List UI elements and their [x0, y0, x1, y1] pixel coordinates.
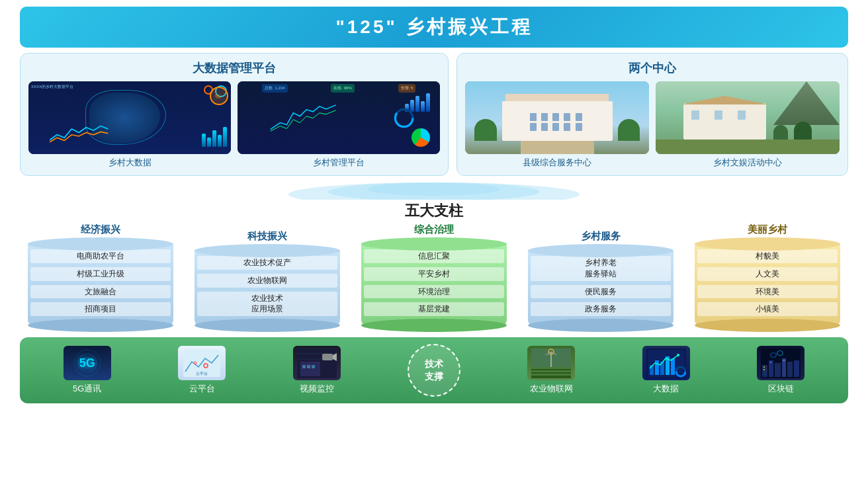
cylinder-meili-body: 村貌美 人文美 环境美 小镇美 [695, 244, 840, 325]
keji-item-1: 农业技术促产 [197, 256, 337, 270]
cylinder-jingji: 电商助农平台 村级工业升级 文旅融合 招商项目 [20, 237, 181, 332]
pillar-meili-header: 美丽乡村 [748, 224, 787, 236]
tech-bigdata-label: 大数据 [653, 383, 679, 395]
big-data-panel: 大数据管理平台 XXXX的乡村大数据平台 [20, 53, 449, 176]
big-data-images: XXXX的乡村大数据平台 [28, 81, 440, 169]
pillar-keji: 科技振兴 农业技术促产 农业物联网 农业技术 应用场景 [187, 230, 348, 332]
jingji-item-3: 文旅融合 [30, 285, 171, 299]
pillar-zhonghezz-header: 综合治理 [414, 224, 454, 236]
svg-rect-26 [531, 374, 571, 376]
svg-rect-16 [307, 365, 310, 368]
tech-5g-icon-box: 5G [64, 346, 111, 380]
jingji-item-4: 招商项目 [30, 302, 171, 316]
jingji-item-2: 村级工业升级 [30, 267, 171, 281]
big-data-title: 大数据管理平台 [28, 60, 440, 76]
rural-platform-item: 总数: 1,234 在线: 98% 告警: 5 [238, 81, 440, 169]
tech-cloud-label: 云平台 [189, 383, 215, 395]
cylinder-xiangcun-top [528, 244, 673, 257]
cylinder-keji-body: 农业技术促产 农业物联网 农业技术 应用场景 [195, 251, 340, 325]
cylinder-zhonghezz: 信息汇聚 平安乡村 环境治理 基层党建 [353, 237, 515, 332]
5g-text: 5G [79, 356, 95, 370]
jingji-item-1: 电商助农平台 [30, 249, 171, 263]
tech-iot-icon-box [527, 346, 575, 380]
tech-5g: 5G 5G通讯 [64, 346, 111, 395]
cylinder-xiangcun-bottom [528, 319, 673, 332]
main-title: "125" 乡村振兴工程 [20, 15, 848, 40]
svg-rect-25 [531, 370, 571, 372]
cylinder-zhonghezz-top [361, 237, 507, 251]
dashboard-sim-1: XXXX的乡村大数据平台 [28, 81, 231, 154]
xiangcun-item-1: 乡村养老 服务驿站 [531, 256, 671, 281]
main-container: "125" 乡村振兴工程 大数据管理平台 XXXX的乡村大数据平台 [0, 0, 868, 488]
pillar-meili: 美丽乡村 村貌美 人文美 环境美 小镇美 [687, 224, 848, 332]
meili-item-2: 人文美 [697, 267, 838, 281]
zhonghezz-item-4: 基层党建 [364, 302, 504, 316]
rural-platform-image: 总数: 1,234 在线: 98% 告警: 5 [238, 81, 440, 154]
pillars-container: 经济振兴 电商助农平台 村级工业升级 文旅融合 招商项目 科技振兴 [20, 224, 848, 332]
svg-rect-38 [671, 358, 675, 375]
county-center-image [465, 81, 649, 154]
title-bar: "125" 乡村振兴工程 [20, 7, 848, 48]
cylinder-keji: 农业技术促产 农业物联网 农业技术 应用场景 [187, 244, 348, 332]
tech-support-center-item: 技术 支撑 [408, 344, 460, 397]
tech-video-label: 视频监控 [300, 383, 334, 395]
two-centers-title: 两个中心 [465, 60, 840, 76]
pillar-jingji-header: 经济振兴 [81, 224, 120, 236]
tech-blockchain-icon-box [757, 346, 804, 380]
xiangcun-item-3: 政务服务 [531, 302, 671, 316]
tech-video-icon-box [293, 346, 341, 380]
keji-item-3: 农业技术 应用场景 [197, 292, 337, 317]
rural-bigdata-item: XXXX的乡村大数据平台 [28, 81, 231, 169]
pillar-xiangcun: 乡村服务 乡村养老 服务驿站 便民服务 政务服务 [520, 230, 681, 332]
cloud-wave [20, 181, 848, 200]
tech-support-center-label: 技术 [425, 358, 443, 371]
meili-item-4: 小镇美 [697, 302, 838, 316]
zhonghezz-item-2: 平安乡村 [364, 267, 504, 281]
svg-text:云平台: 云平台 [196, 372, 208, 376]
pillar-jingji: 经济振兴 电商助农平台 村级工业升级 文旅融合 招商项目 [20, 224, 181, 332]
two-centers-images: 县级综合服务中心 [465, 81, 840, 169]
dashboard-sim-2: 总数: 1,234 在线: 98% 告警: 5 [238, 81, 440, 154]
svg-point-5 [368, 183, 500, 196]
cylinder-jingji-top [28, 237, 173, 251]
tech-support-section: 5G 5G通讯 云平台 [20, 337, 848, 403]
tech-5g-label: 5G通讯 [73, 383, 101, 395]
rural-bigdata-label: 乡村大数据 [108, 157, 152, 169]
tech-video: 视频监控 [293, 346, 341, 395]
rural-platform-label: 乡村管理平台 [313, 157, 365, 169]
tech-support-center: 技术 支撑 [408, 344, 460, 397]
pillar-zhonghezz: 综合治理 信息汇聚 平安乡村 环境治理 基层党建 [353, 224, 515, 332]
svg-text:%: % [215, 93, 220, 100]
county-center-label: 县级综合服务中心 [523, 157, 591, 169]
svg-rect-35 [655, 360, 659, 375]
cylinder-xiangcun: 乡村养老 服务驿站 便民服务 政务服务 [520, 244, 681, 332]
tech-iot: 农业物联网 [527, 346, 575, 395]
zhonghezz-item-1: 信息汇聚 [364, 249, 504, 263]
cylinder-xiangcun-body: 乡村养老 服务驿站 便民服务 政务服务 [528, 251, 673, 325]
cylinder-meili-top [695, 237, 840, 251]
meili-item-1: 村貌美 [697, 249, 838, 263]
county-center-item: 县级综合服务中心 [465, 81, 649, 169]
cylinder-jingji-body: 电商助农平台 村级工业升级 文旅融合 招商项目 [28, 244, 173, 325]
zhonghezz-item-3: 环境治理 [364, 285, 504, 299]
svg-rect-14 [300, 362, 320, 376]
cylinder-meili: 村貌美 人文美 环境美 小镇美 [687, 237, 848, 332]
top-section: 大数据管理平台 XXXX的乡村大数据平台 [20, 53, 848, 176]
meili-item-3: 环境美 [697, 285, 838, 299]
tech-bigdata-icon-box [642, 346, 690, 380]
village-center-image [656, 81, 840, 154]
cylinder-meili-bottom [695, 319, 840, 332]
tech-cloud: 云平台 云平台 [178, 346, 226, 395]
rural-bigdata-image: XXXX的乡村大数据平台 [28, 81, 231, 154]
village-center-label: 乡村文娱活动中心 [713, 157, 782, 169]
cylinder-keji-top [195, 244, 340, 257]
tech-iot-label: 农业物联网 [530, 383, 573, 395]
pillar-keji-header: 科技振兴 [247, 230, 287, 243]
svg-rect-15 [302, 365, 306, 368]
village-center-item: 乡村文娱活动中心 [656, 81, 840, 169]
svg-rect-18 [322, 354, 333, 360]
xiangcun-item-2: 便民服务 [531, 285, 671, 299]
tech-support-center-label2: 支撑 [425, 370, 443, 384]
svg-rect-31 [531, 348, 571, 367]
cylinder-keji-bottom [195, 319, 340, 332]
